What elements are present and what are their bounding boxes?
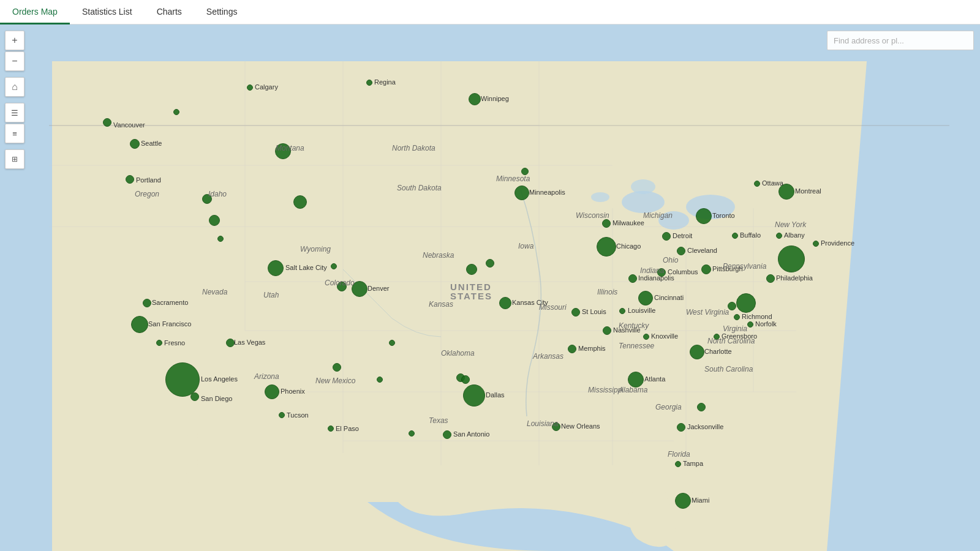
city-dot-ottawa[interactable] bbox=[754, 181, 760, 187]
svg-point-2 bbox=[658, 211, 689, 230]
city-dot-las-vegas[interactable] bbox=[226, 339, 235, 347]
city-dot-buffalo[interactable] bbox=[732, 233, 738, 239]
city-dot-ne-dot[interactable] bbox=[486, 259, 494, 268]
city-dot-montreal[interactable] bbox=[778, 184, 794, 200]
city-dot-regina[interactable] bbox=[366, 80, 372, 86]
city-dot-mn-dot[interactable] bbox=[521, 168, 529, 175]
city-dot-nm-dot[interactable] bbox=[333, 363, 341, 372]
city-dot-philadelphia[interactable] bbox=[766, 274, 775, 283]
city-dot-el-paso[interactable] bbox=[328, 425, 334, 432]
city-dot-houston-area[interactable] bbox=[461, 375, 470, 384]
layers-button[interactable]: ☰ bbox=[5, 103, 24, 122]
city-dot-ca-mid[interactable] bbox=[293, 195, 307, 209]
city-dot-calgary[interactable] bbox=[247, 84, 253, 91]
city-dot-milwaukee[interactable] bbox=[602, 219, 611, 228]
tab-charts[interactable]: Charts bbox=[145, 1, 194, 24]
city-dot-tx-dot[interactable] bbox=[389, 340, 395, 346]
city-dot-san-francisco[interactable] bbox=[131, 316, 148, 333]
tab-statistics-list[interactable]: Statistics List bbox=[70, 1, 145, 24]
city-dot-ks-dot[interactable] bbox=[466, 264, 477, 275]
city-dot-new-orleans[interactable] bbox=[552, 422, 560, 431]
city-dot-montana-dot[interactable] bbox=[275, 143, 291, 159]
city-dot-charlotte[interactable] bbox=[690, 345, 704, 359]
city-dot-cincinnati[interactable] bbox=[638, 291, 653, 305]
city-dot-denver[interactable] bbox=[352, 281, 368, 297]
header: Orders Map Statistics List Charts Settin… bbox=[0, 0, 980, 24]
city-dot-albany[interactable] bbox=[776, 233, 782, 239]
city-dot-tucson[interactable] bbox=[279, 412, 285, 418]
svg-point-1 bbox=[622, 191, 665, 213]
city-dot-fl-dot[interactable] bbox=[697, 403, 706, 411]
city-dot-miami[interactable] bbox=[675, 493, 691, 509]
city-dot-columbus[interactable] bbox=[657, 268, 666, 277]
city-dot-richmond[interactable] bbox=[734, 314, 740, 320]
city-dot-portland[interactable] bbox=[126, 175, 134, 184]
city-dot-fresno[interactable] bbox=[156, 340, 162, 346]
city-dot-detroit[interactable] bbox=[662, 232, 671, 241]
city-dot-vancouver[interactable] bbox=[103, 118, 111, 127]
city-dot-nm2-dot[interactable] bbox=[377, 377, 383, 383]
city-dot-providence[interactable] bbox=[813, 241, 819, 247]
city-dot-pittsburgh[interactable] bbox=[701, 264, 711, 274]
city-dot-seattle[interactable] bbox=[130, 139, 140, 149]
city-dot-sacramento[interactable] bbox=[143, 299, 151, 307]
city-dot-norfolk[interactable] bbox=[747, 321, 753, 328]
city-dot-co2-dot[interactable] bbox=[337, 282, 347, 291]
city-dot-vancouver-dot[interactable] bbox=[173, 109, 179, 115]
city-dot-ny-area[interactable] bbox=[778, 246, 805, 272]
map-container: + − ⌂ ☰ ≡ ⊞ VancouverSeattlePortlandSacr… bbox=[0, 24, 980, 551]
search-input[interactable] bbox=[827, 31, 974, 50]
city-dot-tampa[interactable] bbox=[675, 461, 681, 467]
city-dot-or-dot[interactable] bbox=[217, 236, 224, 242]
city-dot-knoxville[interactable] bbox=[643, 334, 649, 340]
tab-settings[interactable]: Settings bbox=[194, 1, 250, 24]
city-dot-tx2-dot[interactable] bbox=[409, 430, 415, 437]
tab-orders-map[interactable]: Orders Map bbox=[0, 1, 70, 24]
city-dot-baltimore/dc[interactable] bbox=[728, 302, 736, 310]
city-dot-minneapolis[interactable] bbox=[514, 186, 529, 200]
zoom-in-button[interactable]: + bbox=[5, 31, 24, 50]
home-button[interactable]: ⌂ bbox=[5, 77, 24, 97]
search-box bbox=[827, 31, 974, 50]
city-dot-cleveland[interactable] bbox=[677, 247, 685, 255]
city-dot-greensboro[interactable] bbox=[714, 334, 720, 340]
city-dot-toronto[interactable] bbox=[696, 208, 712, 224]
city-dot-nashville[interactable] bbox=[603, 326, 611, 335]
city-dot-jacksonville[interactable] bbox=[677, 423, 685, 432]
city-dot-los-angeles[interactable] bbox=[165, 362, 200, 397]
city-dot-idaho-dot[interactable] bbox=[202, 194, 212, 204]
city-dot-winnipeg[interactable] bbox=[469, 93, 481, 105]
city-dot-san-antonio[interactable] bbox=[443, 430, 451, 439]
city-dot-nv-dot[interactable] bbox=[209, 215, 220, 226]
list-button[interactable]: ≡ bbox=[5, 124, 24, 143]
svg-point-5 bbox=[591, 192, 609, 202]
svg-point-4 bbox=[631, 179, 655, 194]
left-toolbar: + − ⌂ ☰ ≡ ⊞ bbox=[5, 31, 24, 169]
zoom-out-button[interactable]: − bbox=[5, 51, 24, 71]
city-dot-kansas-city[interactable] bbox=[499, 297, 511, 309]
city-dot-atlanta[interactable] bbox=[628, 372, 644, 388]
city-dot-salt-lake-city[interactable] bbox=[268, 260, 284, 276]
city-dot-indianapolis[interactable] bbox=[628, 274, 637, 283]
city-dot-dallas[interactable] bbox=[463, 384, 485, 407]
city-dot-san-diego[interactable] bbox=[190, 392, 199, 401]
city-dot-phoenix[interactable] bbox=[265, 384, 279, 399]
city-dot-st-louis[interactable] bbox=[571, 308, 580, 317]
qr-button[interactable]: ⊞ bbox=[5, 149, 24, 169]
city-dot-chicago[interactable] bbox=[597, 237, 616, 257]
city-dot-memphis[interactable] bbox=[568, 345, 576, 353]
city-dot-washington-dc-area[interactable] bbox=[736, 293, 756, 313]
city-dot-louisville[interactable] bbox=[619, 308, 625, 314]
city-dot-co-dot[interactable] bbox=[331, 263, 337, 269]
map-svg bbox=[0, 24, 980, 551]
